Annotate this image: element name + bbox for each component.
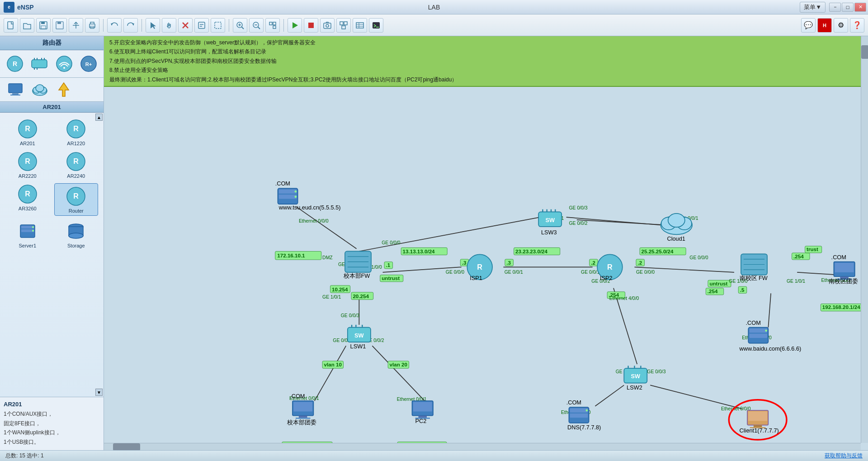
scroll-up-button[interactable]: ▲ [95, 114, 103, 121]
area-button[interactable] [211, 18, 225, 33]
device-type-router2[interactable]: R+ [78, 55, 99, 73]
save-button[interactable] [36, 18, 51, 33]
undo-button[interactable] [107, 18, 122, 33]
device-storage[interactable]: Storage [54, 220, 99, 248]
horizontal-scrollbar[interactable] [104, 443, 861, 450]
svg-point-27 [326, 24, 329, 27]
info-panel: 5.开启安全策略内容安全中的攻击防御（web_server默认规则），保护官网服… [104, 36, 861, 87]
huawei-button[interactable]: H [817, 18, 832, 33]
svg-rect-51 [12, 93, 19, 95]
new-button[interactable] [4, 18, 18, 33]
minimize-button[interactable]: － [829, 3, 841, 12]
zoom-out-button[interactable] [249, 18, 264, 33]
close-button[interactable]: ✕ [854, 3, 866, 12]
separator-2 [142, 19, 142, 32]
device-ar2220[interactable]: R AR2220 [5, 151, 50, 179]
node-fw-main[interactable] [345, 251, 371, 272]
device-type-cloud[interactable] [29, 81, 51, 99]
svg-line-19 [258, 27, 260, 29]
device-ar1220[interactable]: R AR1220 [54, 118, 99, 146]
svg-text:.COM: .COM [566, 399, 581, 406]
device-ar201[interactable]: R AR201 [5, 118, 50, 146]
info-line-4: 8.禁止使用全通安全策略 [109, 66, 855, 75]
svg-text:R: R [477, 263, 482, 271]
vscroll-thumb[interactable] [861, 45, 868, 59]
hscroll-thumb[interactable] [113, 443, 140, 450]
svg-text:25.25.25.0/24: 25.25.25.0/24 [642, 248, 674, 254]
svg-line-15 [241, 27, 244, 29]
svg-point-73 [32, 226, 34, 228]
svg-rect-172 [279, 195, 297, 199]
stop-button[interactable] [304, 18, 318, 33]
svg-text:.COM: .COM [290, 393, 305, 399]
capture-button[interactable] [320, 18, 335, 33]
svg-text:R+: R+ [85, 62, 92, 67]
svg-text:Ethernet 4/0/0: Ethernet 4/0/0 [609, 296, 639, 301]
topology-button[interactable] [336, 18, 351, 33]
node-baidu[interactable]: .COM [745, 319, 768, 343]
device-type-power[interactable] [53, 81, 75, 99]
help-button[interactable]: ❓ [850, 18, 864, 33]
svg-marker-24 [292, 22, 298, 29]
maximize-button[interactable]: □ [842, 3, 854, 12]
svg-text:GE 0/0/1: GE 0/0/1 [581, 270, 599, 275]
device-server[interactable]: Server1 [5, 220, 50, 248]
table-button[interactable] [353, 18, 367, 33]
svg-rect-21 [269, 22, 272, 25]
status-help[interactable]: 获取帮助与反馈 [825, 452, 863, 460]
device-type-switch[interactable] [29, 55, 50, 73]
device-ar201-label: AR201 [20, 141, 35, 146]
svg-rect-10 [198, 22, 205, 29]
device-type-pc[interactable] [5, 81, 26, 99]
terminal-button[interactable] [369, 18, 383, 33]
svg-text:GE 1/0/1: GE 1/0/1 [322, 295, 341, 299]
device-ar3260[interactable]: R AR3260 [5, 183, 50, 216]
start-button[interactable] [288, 18, 302, 33]
node-fw-south[interactable] [741, 254, 767, 275]
svg-text:南校区 FW: 南校区 FW [740, 275, 768, 281]
desc-panel: AR201 1个CON/AUX接口， 固定8FE接口， 1个WAN侧uplink… [0, 397, 104, 450]
svg-point-56 [36, 85, 44, 92]
device-ar2240[interactable]: R AR2240 [54, 151, 99, 179]
svg-text:R: R [25, 190, 30, 198]
svg-text:SW: SW [545, 217, 555, 223]
device-type-router[interactable]: R [5, 55, 25, 73]
node-lsw2[interactable]: SW [624, 366, 647, 383]
zoom-in-button[interactable] [233, 18, 247, 33]
delete-button[interactable] [178, 18, 193, 33]
statusbar: 总数: 15 选中: 1 获取帮助与反馈 [0, 450, 868, 461]
select-button[interactable] [146, 18, 160, 33]
canvas-area[interactable]: 5.开启安全策略内容安全中的攻击防御（web_server默认规则），保护官网服… [104, 36, 868, 450]
app-logo: e [4, 2, 14, 13]
node-lsw3[interactable]: SW [538, 209, 561, 227]
properties-button[interactable] [194, 18, 209, 33]
svg-text:.COM: .COM [275, 180, 290, 187]
settings-button[interactable]: ⚙ [834, 18, 848, 33]
scroll-down-button[interactable]: ▼ [95, 389, 103, 396]
network-diagram[interactable]: 172.16.10.1 10.254 20.254 13.13.13.0/24 … [104, 86, 861, 443]
chat-button[interactable]: 💬 [801, 18, 816, 33]
svg-rect-28 [340, 22, 343, 25]
open-button[interactable] [20, 18, 34, 33]
node-nanjiao[interactable]: .COM [831, 254, 855, 280]
svg-text:.2: .2 [637, 260, 642, 266]
device-type-wireless[interactable] [54, 55, 75, 73]
svg-text:10.254: 10.254 [332, 286, 348, 292]
fitview-button[interactable] [265, 18, 280, 33]
node-dns[interactable]: .COM [566, 399, 589, 423]
vertical-scrollbar[interactable] [861, 36, 868, 443]
node-lsw1[interactable]: SW [348, 325, 371, 342]
hand-button[interactable] [162, 18, 176, 33]
node-www-tsu[interactable]: .COM [275, 180, 298, 204]
print-button[interactable] [85, 18, 99, 33]
node-pc2[interactable] [412, 401, 433, 418]
redo-button[interactable] [123, 18, 138, 33]
svg-line-87 [650, 385, 742, 409]
device-router[interactable]: R Router [54, 183, 99, 216]
desc-text: 1个CON/AUX接口， 固定8FE接口， 1个WAN侧uplink接口， 1个… [4, 409, 100, 447]
import-button[interactable] [69, 18, 83, 33]
saveas-button[interactable] [52, 18, 67, 33]
svg-rect-35 [373, 22, 380, 29]
svg-point-77 [69, 233, 83, 238]
menu-button[interactable]: 菜单▼ [800, 2, 826, 13]
